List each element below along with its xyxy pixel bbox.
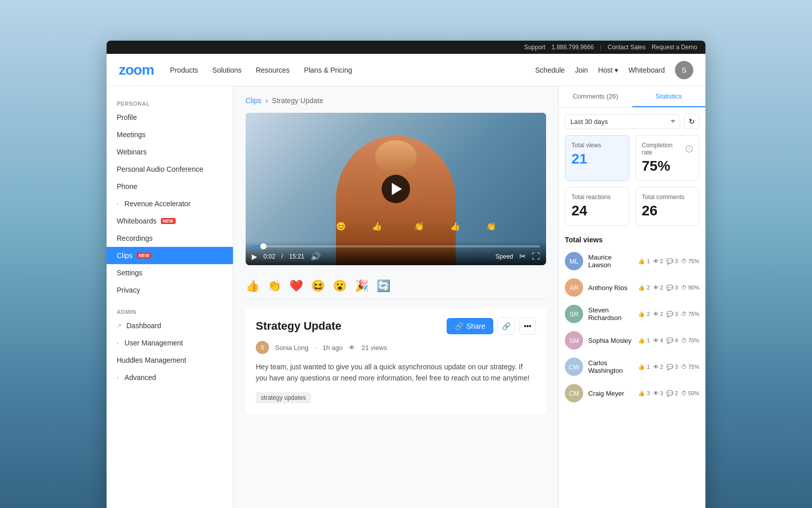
- fullscreen-icon[interactable]: ⛶: [532, 252, 540, 261]
- breadcrumb-current: Strategy Update: [272, 97, 323, 105]
- viewer-comments: 💬 3: [666, 284, 678, 291]
- time-separator: /: [281, 253, 283, 260]
- speed-button[interactable]: Speed: [495, 253, 513, 260]
- reaction-refresh[interactable]: 🔄: [377, 279, 390, 293]
- author-avatar: S: [256, 341, 269, 354]
- video-tag[interactable]: strategy updates: [256, 392, 311, 403]
- profile-label: Profile: [117, 113, 137, 121]
- video-controls: ▶ 0:02 / 15:21 🔊 Speed ✂ ⛶: [246, 241, 546, 265]
- link-button[interactable]: 🔗: [497, 318, 515, 335]
- viewer-name: Anthony Rios: [588, 284, 633, 292]
- viewer-avatar: CM: [565, 384, 583, 402]
- share-button[interactable]: 🔗 Share: [447, 318, 493, 334]
- sidebar-item-recordings[interactable]: Recordings: [107, 230, 233, 247]
- nav-schedule[interactable]: Schedule: [535, 66, 565, 74]
- viewer-comments: 💬 3: [666, 364, 678, 370]
- nav-products[interactable]: Products: [170, 66, 198, 74]
- viewer-views: 👁 2: [653, 311, 663, 317]
- sidebar-item-meetings[interactable]: Meetings: [107, 126, 233, 143]
- clips-new-badge: NEW: [137, 252, 151, 259]
- refresh-button[interactable]: ↻: [684, 114, 699, 129]
- viewer-avatar: SR: [565, 305, 583, 323]
- nav-host[interactable]: Host ▾: [598, 66, 619, 74]
- volume-icon[interactable]: 🔊: [311, 251, 321, 261]
- video-title-row: Strategy Update 🔗 Share 🔗 •••: [256, 318, 536, 335]
- viewer-list: ML Maurice Lawson 👍 1 👁 2 💬 3 ⏱ 75% AR A…: [559, 248, 705, 406]
- total-comments-card: Total comments 26: [635, 187, 700, 226]
- sidebar-item-clips[interactable]: Clips NEW: [107, 247, 233, 264]
- personal-audio-label: Personal Audio Conference: [117, 165, 203, 173]
- sidebar-item-whiteboards[interactable]: Whiteboards NEW: [107, 212, 233, 230]
- recordings-label: Recordings: [117, 234, 153, 242]
- viewer-completion: ⏱ 70%: [681, 337, 699, 343]
- viewer-comments: 💬 2: [666, 390, 678, 397]
- request-demo-link[interactable]: Request a Demo: [652, 44, 697, 51]
- completion-info-icon[interactable]: i: [686, 145, 693, 152]
- video-views: 21 views: [361, 344, 387, 352]
- tab-comments[interactable]: Comments (26): [559, 86, 632, 107]
- reaction-party[interactable]: 🎉: [355, 279, 368, 293]
- play-button[interactable]: [382, 175, 410, 203]
- total-reactions-card: Total reactions 24: [565, 187, 629, 226]
- total-reactions-label: Total reactions: [571, 194, 623, 201]
- clips-label: Clips: [117, 251, 132, 260]
- sidebar-item-settings[interactable]: Settings: [107, 264, 233, 281]
- nav-avatar[interactable]: S: [675, 61, 693, 79]
- date-range-select[interactable]: Last 30 days: [565, 114, 680, 129]
- viewer-reactions: 👍 1: [638, 364, 650, 370]
- viewer-reactions: 👍 1: [638, 258, 650, 265]
- viewer-comments: 💬 3: [666, 258, 678, 265]
- reaction-thumbsup[interactable]: 👍: [246, 279, 259, 293]
- reaction-heart[interactable]: ❤️: [289, 279, 303, 293]
- tab-statistics[interactable]: Statistics: [632, 86, 706, 107]
- stats-controls: Last 30 days ↻: [559, 108, 705, 135]
- nav-right: Schedule Join Host ▾ Whiteboard S: [535, 61, 693, 79]
- nav-resources[interactable]: Resources: [256, 66, 290, 74]
- nav-pricing[interactable]: Plans & Pricing: [304, 66, 352, 74]
- viewer-completion: ⏱ 75%: [681, 258, 699, 264]
- controls-row: ▶ 0:02 / 15:21 🔊 Speed ✂ ⛶: [252, 251, 540, 261]
- nav-host-label: Host: [598, 66, 613, 74]
- phone-label: Phone: [117, 182, 137, 190]
- video-title: Strategy Update: [256, 320, 342, 333]
- sidebar-item-huddles-management[interactable]: Huddles Management: [107, 352, 233, 369]
- viewer-completion: ⏱ 75%: [681, 311, 699, 317]
- reaction-laugh[interactable]: 😆: [311, 279, 325, 293]
- sidebar-item-user-management[interactable]: › User Management: [107, 334, 233, 352]
- advanced-label: Advanced: [124, 373, 156, 382]
- play-pause-button[interactable]: ▶: [252, 252, 257, 261]
- reaction-clap[interactable]: 👏: [267, 279, 281, 293]
- reactions-bar: 👍 👏 ❤️ 😆 😮 🎉 🔄: [246, 273, 546, 299]
- total-reactions-value: 24: [571, 203, 623, 219]
- more-options-button[interactable]: •••: [519, 318, 536, 335]
- viewer-comments: 💬 4: [666, 337, 678, 344]
- total-views-label: Total views: [571, 142, 623, 149]
- separator: |: [600, 44, 601, 51]
- nav-join[interactable]: Join: [575, 66, 588, 74]
- nav-solutions[interactable]: Solutions: [212, 66, 242, 74]
- sidebar-item-phone[interactable]: Phone: [107, 178, 233, 195]
- breadcrumb-parent[interactable]: Clips: [246, 97, 261, 105]
- huddles-management-label: Huddles Management: [117, 356, 186, 364]
- sidebar-item-revenue-accelerator[interactable]: › Revenue Accelerator: [107, 195, 233, 212]
- sidebar-item-advanced[interactable]: › Advanced: [107, 369, 233, 386]
- viewer-row: CW Carlos Washington 👍 1 👁 2 💬 3 ⏱ 75%: [559, 354, 705, 380]
- sidebar-item-personal-audio[interactable]: Personal Audio Conference: [107, 161, 233, 178]
- nav-whiteboard[interactable]: Whiteboard: [628, 66, 665, 74]
- contact-sales-link[interactable]: Contact Sales: [607, 44, 646, 51]
- sidebar-item-profile[interactable]: Profile: [107, 109, 233, 126]
- viewer-row: ML Maurice Lawson 👍 1 👁 2 💬 3 ⏱ 75%: [559, 248, 705, 274]
- reaction-wow[interactable]: 😮: [333, 279, 347, 293]
- scissors-icon[interactable]: ✂: [519, 251, 526, 261]
- sidebar-item-webinars[interactable]: Webinars: [107, 143, 233, 161]
- completion-rate-label: Completion rate i: [642, 142, 693, 156]
- total-views-section-title: Total views: [559, 232, 705, 248]
- sidebar-item-dashboard[interactable]: ↗ Dashboard: [107, 317, 233, 334]
- viewer-row: SM Sophia Mosley 👍 1 👁 4 💬 4 ⏱ 70%: [559, 327, 705, 354]
- sidebar-item-privacy[interactable]: Privacy: [107, 281, 233, 299]
- whiteboards-label: Whiteboards: [117, 217, 157, 225]
- progress-bar[interactable]: [252, 245, 540, 247]
- personal-section-label: PERSONAL: [107, 97, 233, 109]
- zoom-logo[interactable]: zoom: [119, 62, 154, 78]
- time-current: 0:02: [263, 253, 275, 260]
